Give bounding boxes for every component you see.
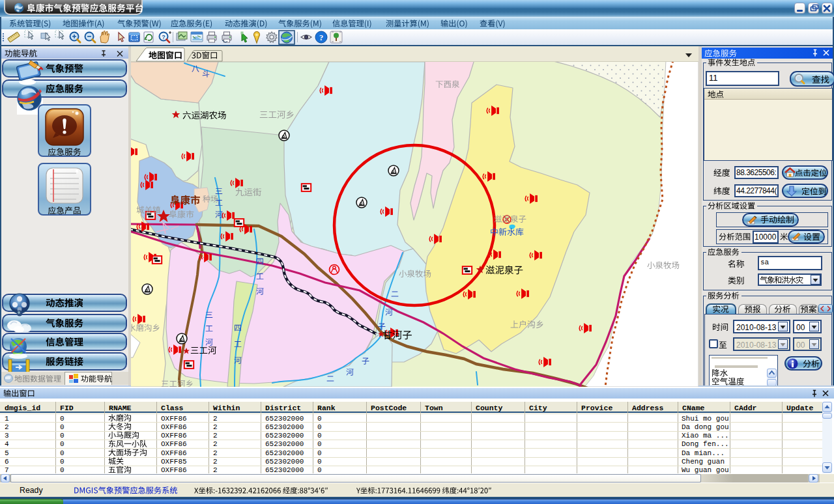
svg-text:?: ? (162, 34, 165, 40)
svg-text:?: ? (319, 33, 323, 42)
